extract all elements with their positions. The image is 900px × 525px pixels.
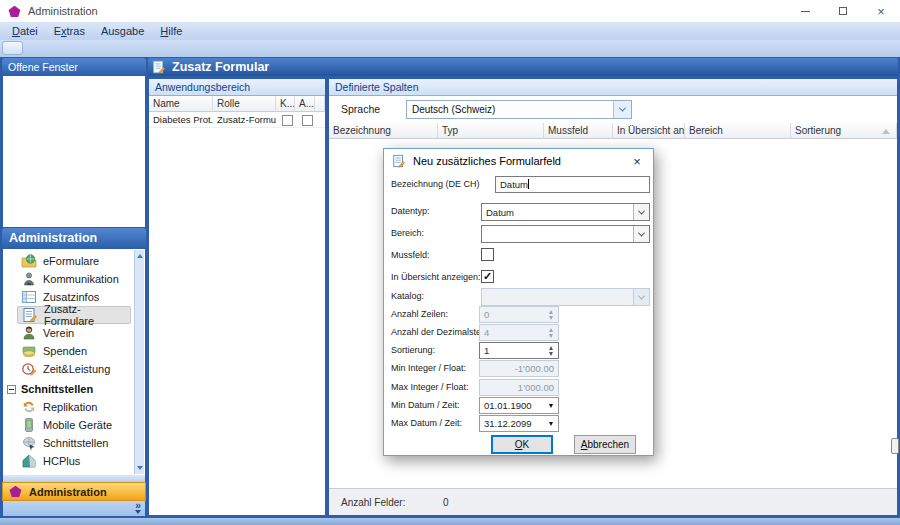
mussfeld-label: Mussfeld:: [391, 250, 430, 260]
min-integer-label: Min Integer / Float:: [391, 363, 466, 373]
close-icon[interactable]: ×: [862, 0, 900, 22]
scroll-up-icon[interactable]: [137, 254, 143, 258]
maximize-icon[interactable]: [824, 0, 862, 22]
menu-ausgabe[interactable]: Ausgabe: [93, 22, 152, 40]
menu-datei[interactable]: Datei: [4, 22, 46, 40]
dialog-titlebar: Neu zusätzliches Formularfeld ×: [384, 149, 653, 173]
chevron-down-icon: [633, 289, 649, 305]
table-row[interactable]: Diabetes Prot... Zusatz-Formul...: [149, 112, 325, 128]
cell-k-checkbox[interactable]: [276, 112, 295, 128]
sidebar-footer: »: [2, 501, 146, 517]
sidebar-item-hcplus[interactable]: HCPlus: [17, 452, 131, 470]
anzahl-felder-label: Anzahl Felder:: [341, 497, 405, 508]
kommunikation-icon: [21, 271, 37, 287]
open-windows-panel: Offene Fenster: [2, 58, 146, 228]
administration-caption: Administration: [2, 228, 146, 249]
chevron-down-icon[interactable]: [633, 204, 649, 220]
bereich-combobox[interactable]: [481, 225, 650, 243]
max-datum-picker[interactable]: 31.12.2099: [479, 415, 559, 432]
anwendungsbereich-caption: Anwendungsbereich: [149, 79, 325, 96]
dialog-title: Neu zusätzliches Formularfeld: [413, 155, 561, 167]
sidebar-item-mobile-geraete[interactable]: Mobile Geräte: [17, 416, 131, 434]
sortierung-spinner[interactable]: 1: [479, 342, 559, 359]
spinner-arrows-icon: [544, 307, 558, 322]
verein-icon: [21, 325, 37, 341]
cell-a-checkbox[interactable]: [295, 112, 315, 128]
column-header-typ[interactable]: Typ: [438, 123, 544, 139]
sprache-combobox[interactable]: Deutsch (Schweiz): [406, 100, 632, 119]
window-bottom-border: [0, 517, 900, 525]
collapse-expander-icon[interactable]: [7, 385, 16, 394]
spenden-icon: [21, 343, 37, 359]
abbrechen-button[interactable]: Abbrechen: [574, 435, 636, 454]
katalog-label: Katalog:: [391, 291, 424, 301]
toolbar-button[interactable]: [2, 41, 23, 55]
titlebar: Administration ×: [0, 0, 900, 22]
scroll-down-icon[interactable]: [137, 466, 143, 470]
schnittstellen-icon: [21, 435, 37, 451]
sprache-label: Sprache: [341, 103, 380, 115]
max-datum-label: Max Datum / Zeit:: [391, 418, 462, 428]
mobile-geraete-icon: [21, 417, 37, 433]
sidebar-group-schnittstellen[interactable]: Schnittstellen: [7, 380, 131, 398]
main-title: Zusatz Formular: [172, 60, 269, 74]
definierte-spalten-caption: Definierte Spalten: [329, 79, 897, 96]
dialog-close-icon[interactable]: ×: [621, 149, 653, 173]
toolbar-strip: [0, 40, 900, 57]
minimize-icon[interactable]: [786, 0, 824, 22]
column-header-bereich[interactable]: Bereich: [685, 123, 791, 139]
sidebar-item-verein[interactable]: Verein: [17, 324, 131, 342]
sidebar-splitter[interactable]: [2, 475, 146, 482]
status-bar: Anzahl Felder: 0: [329, 488, 897, 515]
max-integer-label: Max Integer / Float:: [391, 382, 469, 392]
sortierung-label: Sortierung:: [391, 345, 435, 355]
spinner-arrows-icon: [544, 325, 558, 340]
anwendungsbereich-panel: Anwendungsbereich Name Rolle K... A... D…: [148, 78, 326, 516]
sidebar-item-zusatz-formulare[interactable]: Zusatz-Formulare: [17, 306, 131, 324]
column-header-name[interactable]: Name: [149, 96, 213, 112]
sidebar-scrollbar[interactable]: [134, 250, 144, 474]
collapse-chevron-button[interactable]: »: [135, 501, 141, 514]
column-header-a[interactable]: A...: [295, 96, 315, 112]
menu-hilfe[interactable]: Hilfe: [152, 22, 190, 40]
main-title-bar: Zusatz Formular: [148, 58, 898, 76]
sidebar-item-eformulare[interactable]: eFormulare: [17, 252, 131, 270]
chevron-down-icon[interactable]: [613, 101, 631, 118]
bezeichnung-label: Bezeichnung (DE CH): [391, 179, 480, 189]
sidebar-item-replikation[interactable]: Replikation: [17, 398, 131, 416]
sidebar-item-kommunikation[interactable]: Kommunikation: [17, 270, 131, 288]
column-header-bezeichnung[interactable]: Bezeichnung: [329, 123, 438, 139]
column-header-sortierung[interactable]: Sortierung: [791, 123, 897, 139]
datentyp-combobox[interactable]: Datum: [481, 203, 650, 221]
text-caret: [528, 179, 529, 189]
dezimalstellen-spinner: 4: [479, 324, 559, 341]
column-header-uebersicht[interactable]: In Übersicht anz...: [613, 123, 685, 139]
min-integer-input: -1'000.00: [479, 360, 559, 377]
column-header-rolle[interactable]: Rolle: [213, 96, 276, 112]
min-datum-picker[interactable]: 01.01.1900: [479, 397, 559, 414]
dropdown-arrow-icon[interactable]: [544, 404, 558, 408]
sidebar-item-spenden[interactable]: Spenden: [17, 342, 131, 360]
open-windows-caption: Offene Fenster: [2, 58, 146, 76]
mouse-cursor: [891, 438, 899, 454]
zusatzinfos-icon: [21, 289, 37, 305]
cell-rolle: Zusatz-Formul...: [213, 112, 276, 128]
uebersicht-anzeigen-checkbox[interactable]: [481, 270, 494, 283]
column-header-mussfeld[interactable]: Mussfeld: [544, 123, 613, 139]
anzahl-zeilen-spinner: 0: [479, 306, 559, 323]
administration-bottom-button[interactable]: Administration: [2, 482, 146, 501]
sidebar-item-zeit-leistung[interactable]: Zeit&Leistung: [17, 360, 131, 378]
column-header-k[interactable]: K...: [276, 96, 295, 112]
sidebar-item-schnittstellen[interactable]: Schnittstellen: [17, 434, 131, 452]
ok-button[interactable]: OK: [491, 435, 553, 454]
menu-extras[interactable]: Extras: [46, 22, 93, 40]
dropdown-arrow-icon[interactable]: [544, 422, 558, 426]
chevron-down-icon[interactable]: [633, 226, 649, 242]
anzahl-felder-value: 0: [443, 497, 449, 508]
bezeichnung-input[interactable]: Datum: [495, 176, 650, 193]
spinner-arrows-icon[interactable]: [544, 343, 558, 358]
bereich-label: Bereich:: [391, 228, 424, 238]
mussfeld-checkbox[interactable]: [481, 248, 494, 261]
datentyp-label: Datentyp:: [391, 206, 430, 216]
katalog-combobox: [481, 288, 650, 306]
